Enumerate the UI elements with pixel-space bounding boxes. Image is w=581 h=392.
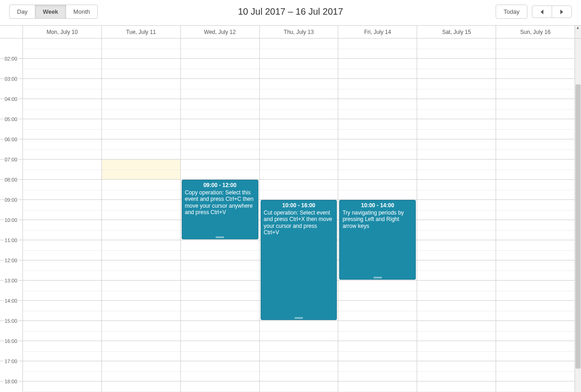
time-slot[interactable] bbox=[496, 59, 575, 79]
time-slot[interactable] bbox=[496, 99, 575, 119]
day-column[interactable] bbox=[417, 39, 496, 392]
time-slot[interactable] bbox=[338, 321, 417, 341]
time-slot[interactable] bbox=[23, 260, 101, 281]
time-slot[interactable] bbox=[417, 240, 496, 260]
time-slot[interactable] bbox=[102, 381, 180, 392]
time-slot[interactable] bbox=[23, 139, 101, 160]
time-slot[interactable] bbox=[338, 180, 417, 200]
time-slot[interactable] bbox=[417, 59, 496, 79]
view-month-button[interactable]: Month bbox=[66, 5, 98, 19]
time-slot[interactable] bbox=[260, 160, 338, 180]
today-button[interactable]: Today bbox=[496, 5, 527, 19]
view-week-button[interactable]: Week bbox=[35, 5, 66, 19]
time-slot[interactable] bbox=[496, 301, 575, 321]
time-slot[interactable] bbox=[102, 301, 180, 321]
time-slot[interactable] bbox=[102, 119, 180, 139]
scroll-thumb[interactable] bbox=[575, 84, 581, 369]
time-slot[interactable] bbox=[23, 39, 101, 59]
time-slot[interactable] bbox=[260, 341, 338, 361]
time-slot[interactable] bbox=[417, 281, 496, 301]
time-slot[interactable] bbox=[496, 281, 575, 301]
time-slot[interactable] bbox=[102, 321, 180, 341]
time-slot[interactable] bbox=[338, 361, 417, 381]
vertical-scrollbar[interactable]: ▼ bbox=[575, 39, 581, 392]
time-slot[interactable] bbox=[102, 200, 180, 220]
time-slot[interactable] bbox=[338, 281, 417, 301]
resize-handle[interactable] bbox=[295, 317, 303, 319]
time-slot[interactable] bbox=[23, 381, 101, 392]
time-slot[interactable] bbox=[260, 361, 338, 381]
time-slot[interactable] bbox=[181, 341, 259, 361]
time-slot[interactable] bbox=[496, 361, 575, 381]
day-column[interactable]: 10:00 - 14:00Try navigating periods by p… bbox=[338, 39, 417, 392]
time-slot[interactable] bbox=[181, 39, 259, 59]
time-slot[interactable] bbox=[260, 180, 338, 200]
time-slot[interactable] bbox=[338, 59, 417, 79]
time-slot[interactable] bbox=[102, 79, 180, 99]
time-slot[interactable] bbox=[417, 119, 496, 139]
calendar-event[interactable]: 10:00 - 16:00Cut operation: Select event… bbox=[261, 200, 337, 320]
time-slot[interactable] bbox=[181, 139, 259, 160]
time-slot[interactable] bbox=[338, 119, 417, 139]
time-slot[interactable] bbox=[496, 260, 575, 281]
time-slot[interactable] bbox=[496, 119, 575, 139]
time-slot[interactable] bbox=[417, 139, 496, 160]
time-slot[interactable] bbox=[496, 240, 575, 260]
time-slot[interactable] bbox=[338, 99, 417, 119]
time-slot[interactable] bbox=[260, 381, 338, 392]
calendar-event[interactable]: 09:00 - 12:00Copy operation: Select this… bbox=[182, 180, 258, 239]
time-slot[interactable] bbox=[338, 139, 417, 160]
time-slot[interactable] bbox=[338, 160, 417, 180]
view-day-button[interactable]: Day bbox=[9, 5, 35, 19]
time-slot[interactable] bbox=[102, 160, 180, 180]
time-slot[interactable] bbox=[260, 59, 338, 79]
time-slot[interactable] bbox=[181, 160, 259, 180]
resize-handle[interactable] bbox=[216, 237, 224, 238]
time-slot[interactable] bbox=[181, 99, 259, 119]
time-slot[interactable] bbox=[181, 260, 259, 281]
resize-handle[interactable] bbox=[374, 277, 382, 278]
time-slot[interactable] bbox=[102, 59, 180, 79]
time-slot[interactable] bbox=[23, 301, 101, 321]
time-slot[interactable] bbox=[102, 281, 180, 301]
time-slot[interactable] bbox=[23, 79, 101, 99]
time-slot[interactable] bbox=[102, 260, 180, 281]
time-slot[interactable] bbox=[181, 381, 259, 392]
time-slot[interactable] bbox=[23, 220, 101, 240]
next-period-button[interactable] bbox=[552, 6, 572, 18]
calendar-event[interactable]: 10:00 - 14:00Try navigating periods by p… bbox=[339, 200, 416, 280]
time-slot[interactable] bbox=[181, 301, 259, 321]
time-slot[interactable] bbox=[181, 79, 259, 99]
day-column[interactable]: 10:00 - 16:00Cut operation: Select event… bbox=[260, 39, 339, 392]
time-slot[interactable] bbox=[417, 341, 496, 361]
time-slot[interactable] bbox=[181, 321, 259, 341]
time-slot[interactable] bbox=[417, 301, 496, 321]
time-slot[interactable] bbox=[23, 240, 101, 260]
time-slot[interactable] bbox=[102, 220, 180, 240]
time-slot[interactable] bbox=[496, 160, 575, 180]
time-slot[interactable] bbox=[496, 139, 575, 160]
time-slot[interactable] bbox=[338, 381, 417, 392]
time-slot[interactable] bbox=[496, 39, 575, 59]
time-slot[interactable] bbox=[417, 361, 496, 381]
time-slot[interactable] bbox=[102, 39, 180, 59]
time-slot[interactable] bbox=[181, 281, 259, 301]
time-slot[interactable] bbox=[23, 119, 101, 139]
scroll-up-arrow-icon[interactable]: ▲ bbox=[576, 26, 580, 30]
time-slot[interactable] bbox=[102, 361, 180, 381]
time-slot[interactable] bbox=[496, 200, 575, 220]
time-slot[interactable] bbox=[260, 79, 338, 99]
day-column[interactable] bbox=[102, 39, 181, 392]
time-slot[interactable] bbox=[417, 180, 496, 200]
time-slot[interactable] bbox=[496, 381, 575, 392]
time-slot[interactable] bbox=[23, 200, 101, 220]
time-slot[interactable] bbox=[23, 321, 101, 341]
time-slot[interactable] bbox=[260, 99, 338, 119]
time-slot[interactable] bbox=[417, 160, 496, 180]
time-slot[interactable] bbox=[260, 321, 338, 341]
time-slot[interactable] bbox=[338, 79, 417, 99]
time-slot[interactable] bbox=[181, 361, 259, 381]
time-slot[interactable] bbox=[417, 321, 496, 341]
time-slot[interactable] bbox=[417, 39, 496, 59]
day-column[interactable] bbox=[23, 39, 102, 392]
